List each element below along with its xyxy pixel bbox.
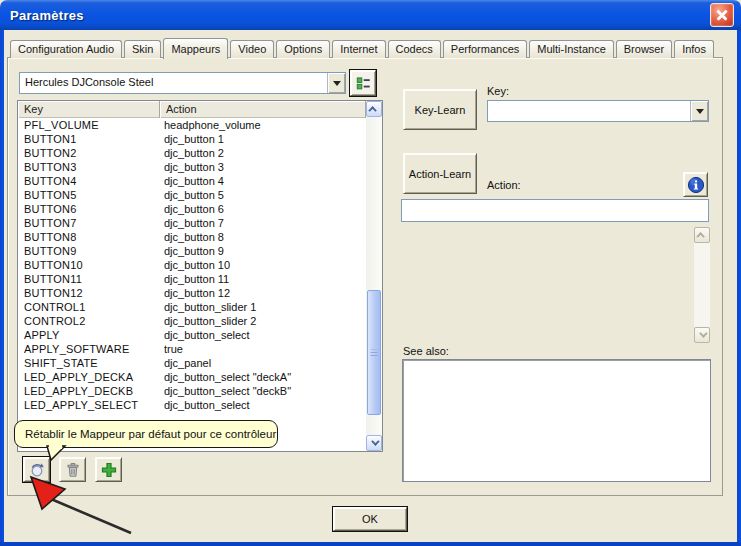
table-row[interactable]: BUTTON9djc_button 9	[18, 244, 366, 258]
table-row[interactable]: BUTTON10djc_button 10	[18, 258, 366, 272]
info-icon	[687, 176, 705, 194]
cell-key: PFL_VOLUME	[24, 118, 99, 132]
tab-infos[interactable]: Infos	[674, 40, 714, 58]
table-row[interactable]: BUTTON2djc_button 2	[18, 146, 366, 160]
ok-button[interactable]: OK	[333, 507, 407, 531]
table-row[interactable]: APPLY_SOFTWAREtrue	[18, 342, 366, 356]
cell-key: LED_APPLY_DECKA	[24, 370, 133, 384]
table-row[interactable]: LED_APPLY_SELECTdjc_button_select	[18, 398, 366, 412]
cell-key: BUTTON8	[24, 230, 77, 244]
table-row[interactable]: CONTROL1djc_button_slider 1	[18, 300, 366, 314]
mapper-details-button[interactable]	[350, 70, 376, 96]
window-border-left	[0, 30, 4, 542]
column-header-action[interactable]: Action	[160, 101, 366, 118]
close-icon	[711, 4, 733, 26]
tab-multi-instance[interactable]: Multi-Instance	[529, 40, 613, 58]
cell-action: headphone_volume	[164, 118, 261, 132]
key-select[interactable]	[487, 100, 709, 122]
controller-dropdown-button[interactable]	[327, 73, 345, 93]
mapper-table-body: PFL_VOLUMEheadphone_volumeBUTTON1djc_but…	[18, 118, 366, 451]
scroll-down-button[interactable]	[694, 327, 710, 343]
key-select-value	[488, 101, 690, 121]
window-title: Paramètres	[0, 8, 84, 23]
scrollbar-thumb[interactable]	[367, 290, 381, 415]
tab-codecs[interactable]: Codecs	[388, 40, 441, 58]
description-scrollbar[interactable]	[694, 227, 710, 343]
cell-key: BUTTON4	[24, 174, 77, 188]
table-row[interactable]: BUTTON4djc_button 4	[18, 174, 366, 188]
action-learn-button[interactable]: Action-Learn	[403, 153, 477, 194]
table-row[interactable]: SHIFT_STATEdjc_panel	[18, 356, 366, 370]
scrollbar-track[interactable]	[694, 243, 710, 327]
cell-action: djc_button 12	[164, 286, 230, 300]
mapping-list-scrollbar[interactable]	[366, 101, 382, 451]
cell-key: LED_APPLY_DECKB	[24, 384, 133, 398]
cell-action: djc_button 4	[164, 174, 224, 188]
tab-options[interactable]: Options	[276, 40, 330, 58]
action-input[interactable]	[401, 199, 709, 222]
table-row[interactable]: LED_APPLY_DECKAdjc_button_select "deckA"	[18, 370, 366, 384]
table-row[interactable]: BUTTON3djc_button 3	[18, 160, 366, 174]
action-info-button[interactable]	[683, 172, 708, 197]
table-row[interactable]: LED_APPLY_DECKBdjc_button_select "deckB"	[18, 384, 366, 398]
cell-key: BUTTON3	[24, 160, 77, 174]
scroll-up-button[interactable]	[694, 227, 710, 243]
chevron-down-icon	[371, 437, 379, 445]
cell-key: SHIFT_STATE	[24, 356, 98, 370]
cell-key: BUTTON1	[24, 132, 77, 146]
cell-key: BUTTON7	[24, 216, 77, 230]
key-dropdown-button[interactable]	[690, 101, 708, 121]
cell-action: djc_button 8	[164, 230, 224, 244]
tooltip-balloon: Rétablir le Mappeur par défaut pour ce c…	[14, 420, 278, 448]
cell-action: djc_button 11	[164, 272, 229, 286]
cell-action: djc_button_slider 2	[164, 314, 256, 328]
scrollbar-track[interactable]	[366, 117, 382, 435]
chevron-down-icon	[696, 109, 704, 114]
details-view-icon	[356, 76, 371, 91]
tab-video[interactable]: Video	[230, 40, 274, 58]
cell-key: CONTROL2	[24, 314, 86, 328]
cell-action: djc_button_select	[164, 398, 250, 412]
key-learn-label: Key-Learn	[415, 104, 466, 116]
title-bar[interactable]: Paramètres	[0, 0, 741, 30]
cell-action: djc_button 1	[164, 132, 224, 146]
cell-action: djc_panel	[164, 356, 211, 370]
cell-key: BUTTON12	[24, 286, 83, 300]
scroll-up-button[interactable]	[366, 101, 382, 117]
table-row[interactable]: BUTTON7djc_button 7	[18, 216, 366, 230]
key-learn-button[interactable]: Key-Learn	[403, 89, 477, 130]
window-border-bottom	[0, 542, 741, 546]
cell-action: djc_button 5	[164, 188, 224, 202]
tab-performances[interactable]: Performances	[443, 40, 527, 58]
table-row[interactable]: BUTTON6djc_button 6	[18, 202, 366, 216]
cell-key: BUTTON11	[24, 272, 82, 286]
tab-strip: Configuration AudioSkinMappeursVideoOpti…	[10, 38, 716, 58]
table-row[interactable]: BUTTON11djc_button 11	[18, 272, 366, 286]
scroll-down-button[interactable]	[366, 435, 382, 451]
table-row[interactable]: BUTTON8djc_button 8	[18, 230, 366, 244]
see-also-list[interactable]	[402, 359, 711, 482]
tab-skin[interactable]: Skin	[124, 40, 161, 58]
table-row[interactable]: BUTTON12djc_button 12	[18, 286, 366, 300]
close-button[interactable]	[710, 3, 734, 27]
cell-key: APPLY_SOFTWARE	[24, 342, 130, 356]
table-row[interactable]: BUTTON5djc_button 5	[18, 188, 366, 202]
settings-dialog: Paramètres Configuration AudioSkinMappeu…	[0, 0, 741, 546]
cell-action: djc_button 3	[164, 160, 224, 174]
cell-action: djc_button_select "deckA"	[164, 370, 291, 384]
controller-select[interactable]: Hercules DJConsole Steel	[19, 72, 346, 94]
tab-internet[interactable]: Internet	[332, 40, 385, 58]
tab-mappeurs[interactable]: Mappeurs	[163, 38, 228, 59]
cell-key: BUTTON5	[24, 188, 77, 202]
table-row[interactable]: APPLYdjc_button_select	[18, 328, 366, 342]
table-row[interactable]: BUTTON1djc_button 1	[18, 132, 366, 146]
mapping-list[interactable]: Key Action PFL_VOLUMEheadphone_volumeBUT…	[17, 100, 383, 452]
chevron-down-icon	[699, 329, 707, 337]
pointer-cursor	[25, 475, 140, 537]
column-header-key[interactable]: Key	[18, 101, 160, 118]
cell-action: djc_button_slider 1	[164, 300, 256, 314]
tab-configuration-audio[interactable]: Configuration Audio	[10, 40, 122, 58]
table-row[interactable]: PFL_VOLUMEheadphone_volume	[18, 118, 366, 132]
tab-browser[interactable]: Browser	[616, 40, 672, 58]
table-row[interactable]: CONTROL2djc_button_slider 2	[18, 314, 366, 328]
